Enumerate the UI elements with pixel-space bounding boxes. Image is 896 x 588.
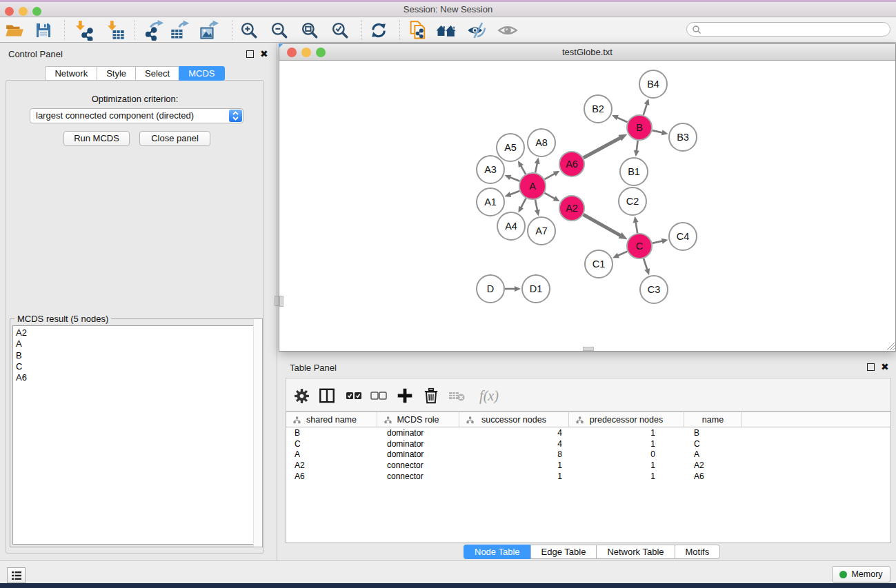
- control-panel-buttons: ✖: [246, 50, 268, 58]
- table-cell: connector: [377, 472, 459, 483]
- mcds-result-list[interactable]: A2ABCA6: [12, 325, 260, 545]
- close-traffic-light[interactable]: [5, 7, 14, 16]
- table-cell: A: [286, 449, 377, 460]
- control-tab-network[interactable]: Network: [45, 66, 97, 81]
- graph-node-label: B4: [647, 79, 659, 90]
- mcds-result-item[interactable]: C: [16, 361, 259, 372]
- table-cell: B: [286, 428, 377, 439]
- desktop-strip-bottom: [0, 583, 896, 588]
- close-panel-button[interactable]: Close panel: [139, 131, 210, 146]
- open-file-icon[interactable]: [3, 19, 26, 42]
- graph-node-label: C1: [593, 258, 606, 270]
- export-image-icon[interactable]: [198, 19, 221, 42]
- table-tab-motifs[interactable]: Motifs: [675, 545, 721, 559]
- table-tab-edge-table[interactable]: Edge Table: [530, 545, 597, 559]
- home-icon[interactable]: [435, 19, 458, 42]
- import-network-icon[interactable]: [72, 19, 95, 42]
- graph-node-label: B2: [592, 103, 604, 114]
- table-body[interactable]: Bdominator41BCdominator41CAdominator80AA…: [286, 428, 890, 482]
- show-graphics-details-icon[interactable]: [496, 19, 519, 42]
- table-row[interactable]: Adominator80A: [286, 449, 890, 460]
- table-row[interactable]: Cdominator41C: [286, 439, 890, 450]
- criterion-select[interactable]: largest connected component (directed): [30, 108, 243, 123]
- export-table-icon[interactable]: [168, 19, 192, 42]
- mcds-result-scrollbar[interactable]: [253, 319, 262, 547]
- table-row[interactable]: A6connector11A6: [286, 472, 890, 483]
- hide-graphics-details-icon[interactable]: [465, 19, 488, 42]
- resize-grip-icon[interactable]: [886, 341, 895, 350]
- graph-node-label: A8: [535, 137, 548, 148]
- app-title: Session: New Session: [0, 2, 896, 17]
- delete-icon[interactable]: [419, 384, 443, 407]
- mcds-result-item[interactable]: A2: [16, 327, 259, 338]
- control-tab-mcds[interactable]: MCDS: [179, 66, 224, 81]
- import-table-icon[interactable]: [103, 19, 127, 42]
- control-panel-tabs: NetworkStyleSelectMCDS: [0, 66, 270, 81]
- select-all-icon[interactable]: [342, 384, 366, 407]
- network-canvas[interactable]: B4B2BB3A8A5A6A3B1AA1C2A2A4A7C4CC1C3DD1: [279, 61, 895, 351]
- zoom-out-icon[interactable]: [268, 19, 291, 42]
- zoom-fit-icon[interactable]: [298, 19, 321, 42]
- table-settings-gear-icon[interactable]: [290, 384, 313, 407]
- table-cell: A: [684, 449, 742, 460]
- column-header-shared-name[interactable]: shared name: [286, 412, 377, 427]
- graph-node-label: A6: [566, 159, 578, 170]
- graph-node-label: D1: [530, 283, 543, 294]
- net-maximize-traffic-light[interactable]: [316, 48, 326, 57]
- table-row[interactable]: A2connector11A2: [286, 460, 890, 472]
- deselect-all-icon[interactable]: [367, 384, 390, 407]
- zoom-selected-icon[interactable]: [328, 19, 352, 42]
- table-tab-network-table[interactable]: Network Table: [596, 545, 674, 559]
- criterion-value: largest connected component (directed): [36, 110, 194, 121]
- attribute-tree-icon: [293, 416, 301, 424]
- column-header-name[interactable]: name: [684, 412, 742, 427]
- zoom-in-icon[interactable]: [237, 19, 261, 42]
- maximize-traffic-light[interactable]: [32, 7, 41, 16]
- mcds-result-item[interactable]: A: [16, 338, 259, 349]
- net-close-traffic-light[interactable]: [287, 48, 297, 57]
- export-network-icon[interactable]: [143, 19, 166, 42]
- table-cell: 4: [459, 428, 569, 439]
- net-minimize-traffic-light[interactable]: [301, 48, 311, 57]
- table-cell: 1: [459, 472, 569, 483]
- network-window-titlebar[interactable]: testGlobe.txt: [279, 44, 895, 61]
- graph-node-label: A1: [484, 196, 497, 207]
- table-tab-node-table[interactable]: Node Table: [464, 545, 530, 559]
- task-history-button[interactable]: [7, 567, 26, 583]
- column-header-predecessor-nodes[interactable]: predecessor nodes: [569, 412, 684, 427]
- control-tab-select[interactable]: Select: [135, 66, 179, 81]
- select-stepper-icon: [229, 110, 242, 122]
- minimize-traffic-light[interactable]: [19, 7, 28, 16]
- graph-node-label: C2: [626, 196, 639, 207]
- column-selector-icon[interactable]: [315, 384, 339, 407]
- save-session-icon[interactable]: [32, 19, 55, 42]
- attribute-tree-icon: [466, 416, 474, 424]
- control-tab-style[interactable]: Style: [97, 66, 135, 81]
- column-header-successor-nodes[interactable]: successor nodes: [459, 412, 569, 427]
- run-mcds-button[interactable]: Run MCDS: [63, 131, 130, 146]
- table-tabs: Node TableEdge TableNetwork TableMotifs: [464, 545, 720, 559]
- function-builder-icon-disabled: f(x): [474, 384, 504, 407]
- mcds-result-item[interactable]: A6: [16, 372, 259, 383]
- close-panel-icon[interactable]: ✖: [881, 363, 889, 371]
- float-panel-icon[interactable]: [867, 363, 875, 371]
- clone-network-icon[interactable]: [406, 19, 430, 42]
- float-panel-icon[interactable]: [246, 50, 254, 58]
- graph-node-label: B1: [628, 166, 640, 177]
- table-header[interactable]: shared nameMCDS rolesuccessor nodesprede…: [286, 412, 890, 427]
- network-graph[interactable]: B4B2BB3A8A5A6A3B1AA1C2A2A4A7C4CC1C3DD1: [279, 61, 895, 352]
- close-panel-icon[interactable]: ✖: [260, 50, 268, 58]
- toolbar-separator: [232, 20, 232, 40]
- table-cell: dominator: [377, 428, 459, 439]
- graph-node-label: D: [487, 283, 494, 294]
- search-input[interactable]: [686, 22, 890, 37]
- table-row[interactable]: Bdominator41B: [286, 428, 890, 439]
- mcds-result-item[interactable]: B: [16, 350, 259, 361]
- refresh-icon[interactable]: [367, 19, 390, 42]
- memory-button[interactable]: Memory: [832, 566, 890, 582]
- add-column-icon[interactable]: [393, 384, 417, 407]
- table-cell: A2: [684, 460, 742, 472]
- delete-table-icon-disabled: [446, 384, 469, 407]
- network-window-title: testGlobe.txt: [279, 44, 895, 60]
- column-header-MCDS-role[interactable]: MCDS role: [377, 412, 459, 427]
